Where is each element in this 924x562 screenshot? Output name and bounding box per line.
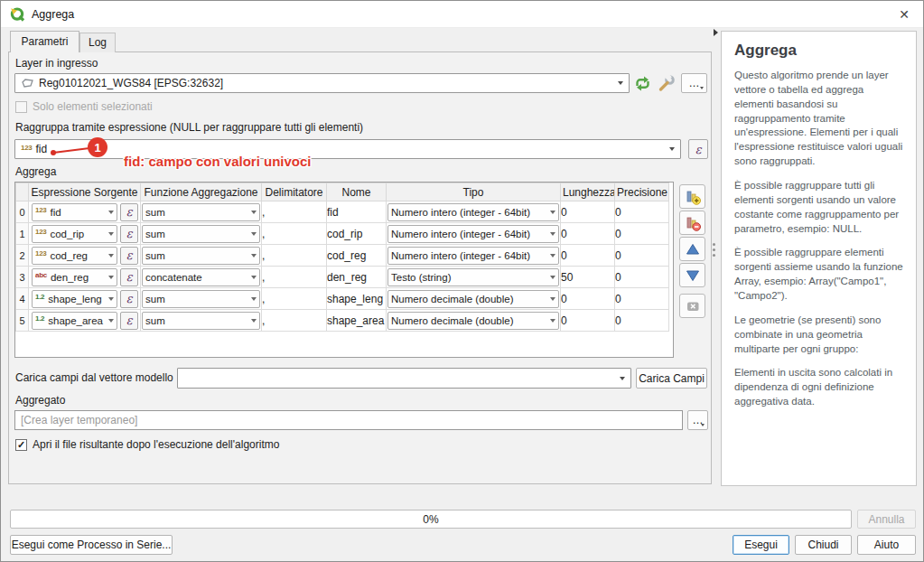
source-expression-select[interactable]: 1.2shape_area: [32, 312, 117, 330]
run-as-batch-button[interactable]: Esegui come Processo in Serie...: [10, 535, 173, 555]
delimiter-cell[interactable]: ,: [262, 267, 327, 288]
cancel-button[interactable]: Annulla: [857, 510, 916, 529]
close-button[interactable]: Chiudi: [795, 535, 852, 555]
name-cell[interactable]: shape_area: [327, 310, 387, 332]
type-select[interactable]: Numero intero (integer - 64bit): [387, 225, 559, 243]
tab-log[interactable]: Log: [79, 33, 116, 52]
type-select[interactable]: Numero decimale (double): [387, 312, 559, 330]
source-expression-select[interactable]: 123cod_reg: [32, 247, 117, 265]
splitter-handle[interactable]: [713, 243, 715, 246]
aggregate-row: 51.2shape_areaεsum,shape_areaNumero deci…: [16, 310, 669, 332]
expression-dialog-button[interactable]: ε: [120, 312, 138, 330]
input-layer-value: Reg01012021_WGS84 [EPSG:32632]: [39, 77, 612, 89]
source-expression-value: shape_area: [48, 315, 106, 326]
add-field-button[interactable]: [679, 184, 705, 209]
selected-features-checkbox[interactable]: Solo elementi selezionati: [15, 100, 153, 113]
field-type-icon: 123: [35, 228, 46, 236]
expression-dialog-button[interactable]: ε: [688, 139, 708, 159]
reset-fields-button[interactable]: [679, 294, 705, 318]
progress-value: 0%: [423, 513, 438, 526]
delimiter-cell[interactable]: ,: [262, 223, 327, 245]
delimiter-cell[interactable]: ,: [262, 245, 327, 267]
checkbox-box: ✓: [15, 439, 27, 451]
aggregate-function-select[interactable]: sum: [142, 203, 260, 221]
source-expression-select[interactable]: abcden_reg: [32, 268, 117, 286]
aggregate-function-select[interactable]: concatenate: [142, 268, 260, 286]
aggregate-row: 41.2shape_lengεsum,shape_lengNumero deci…: [16, 288, 669, 310]
name-cell[interactable]: cod_rip: [327, 223, 387, 245]
input-layer-browse-button[interactable]: …: [681, 73, 707, 93]
open-output-checkbox[interactable]: ✓ Apri il file risultante dopo l'esecuzi…: [15, 438, 279, 451]
move-field-down-button[interactable]: [679, 263, 705, 287]
precision-cell[interactable]: 0: [615, 288, 669, 310]
help-paragraph: È possible raggruppare tutti gli element…: [734, 179, 903, 236]
expression-dialog-button[interactable]: ε: [120, 290, 138, 308]
advanced-options-button[interactable]: [656, 73, 677, 93]
load-fields-button[interactable]: Carica Campi: [636, 368, 707, 389]
type-select[interactable]: Numero intero (integer - 64bit): [387, 203, 559, 221]
title-bar: Aggrega ✕: [1, 1, 923, 28]
output-label: Aggregato: [15, 394, 65, 407]
chevron-down-icon: [251, 232, 257, 236]
panel-collapse-icon[interactable]: [714, 29, 718, 36]
length-cell[interactable]: 0: [561, 245, 615, 267]
expression-dialog-button[interactable]: ε: [120, 225, 138, 243]
type-value: Numero intero (integer - 64bit): [391, 207, 547, 218]
type-select[interactable]: Numero decimale (double): [387, 290, 559, 308]
name-cell[interactable]: shape_leng: [327, 288, 387, 310]
aggregate-function-select[interactable]: sum: [142, 290, 260, 308]
delete-field-button[interactable]: [679, 211, 705, 235]
aggregate-dialog: Aggrega ✕ Parametri Log Layer in ingress…: [0, 0, 924, 562]
aggregate-row: 1123cod_ripεsum,cod_ripNumero intero (in…: [16, 223, 669, 245]
precision-cell[interactable]: 0: [615, 201, 669, 223]
length-cell[interactable]: 0: [561, 310, 615, 332]
delimiter-cell[interactable]: ,: [262, 201, 327, 223]
output-path-input[interactable]: [Crea layer temporaneo]: [14, 410, 683, 430]
close-icon[interactable]: ✕: [885, 1, 923, 28]
expression-dialog-button[interactable]: ε: [120, 268, 138, 286]
load-fields-label: Carica campi dal vettore modello: [15, 371, 173, 384]
length-cell[interactable]: 0: [561, 288, 615, 310]
type-select[interactable]: Numero intero (integer - 64bit): [387, 247, 559, 265]
input-layer-select[interactable]: Reg01012021_WGS84 [EPSG:32632]: [14, 73, 630, 93]
name-cell[interactable]: cod_reg: [327, 245, 387, 267]
precision-cell[interactable]: 0: [615, 223, 669, 245]
help-paragraph: Elementi in uscita sono calcolati in dip…: [734, 366, 903, 409]
add-field-icon: [685, 189, 701, 205]
move-field-up-button[interactable]: [679, 237, 705, 261]
output-browse-button[interactable]: …: [687, 410, 708, 430]
aggregate-function-value: sum: [145, 229, 248, 239]
source-expression-select[interactable]: 123cod_rip: [32, 225, 117, 243]
tab-parametri[interactable]: Parametri: [10, 31, 79, 52]
name-cell[interactable]: fid: [327, 201, 387, 223]
group-expression-select[interactable]: 123 fid: [14, 139, 681, 159]
name-cell[interactable]: den_reg: [327, 267, 387, 288]
length-cell[interactable]: 0: [561, 201, 615, 223]
aggregate-function-select[interactable]: sum: [142, 225, 260, 243]
length-cell[interactable]: 0: [561, 223, 615, 245]
chevron-down-icon: [251, 254, 257, 258]
field-type-icon: 123: [21, 144, 32, 152]
precision-cell[interactable]: 0: [615, 267, 669, 288]
run-button[interactable]: Esegui: [733, 535, 789, 555]
iterate-layer-button[interactable]: [632, 74, 653, 92]
field-type-icon: 1.2: [35, 293, 44, 301]
source-expression-select[interactable]: 1.2shape_leng: [32, 290, 117, 308]
type-value: Numero intero (integer - 64bit): [391, 229, 547, 239]
precision-cell[interactable]: 0: [615, 245, 669, 267]
aggregate-function-select[interactable]: sum: [142, 312, 260, 330]
source-expression-select[interactable]: 123fid: [32, 203, 117, 221]
length-cell[interactable]: 50: [561, 267, 615, 288]
aggregate-function-select[interactable]: sum: [142, 247, 260, 265]
aggregate-function-value: concatenate: [145, 272, 248, 283]
precision-cell[interactable]: 0: [615, 310, 669, 332]
template-layer-select[interactable]: [177, 368, 631, 389]
expression-dialog-button[interactable]: ε: [120, 203, 138, 221]
chevron-down-icon: [108, 276, 114, 279]
help-button[interactable]: Aiuto: [857, 535, 916, 555]
type-select[interactable]: Testo (string): [387, 268, 559, 286]
corner-header: [16, 183, 29, 201]
delimiter-cell[interactable]: ,: [262, 288, 327, 310]
delimiter-cell[interactable]: ,: [262, 310, 327, 332]
expression-dialog-button[interactable]: ε: [120, 247, 138, 265]
